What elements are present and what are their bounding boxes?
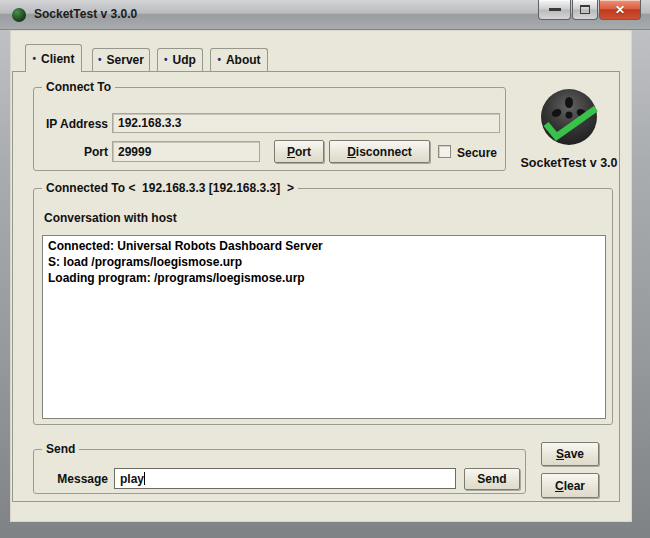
tab-bullet-icon: • xyxy=(217,55,221,65)
window-title: SocketTest v 3.0.0 xyxy=(34,7,137,21)
tab-udp[interactable]: • Udp xyxy=(157,48,203,71)
send-group-title: Send xyxy=(42,442,79,456)
conversation-line: S: load /programs/loegismose.urp xyxy=(48,254,600,270)
port-field[interactable]: 29999 xyxy=(112,141,260,162)
sockettest-logo-icon xyxy=(539,88,601,150)
window-content: • Client • Server • Udp • About Connect … xyxy=(10,30,632,522)
window-frame: SocketTest v 3.0.0 ✕ • Client • Server •… xyxy=(0,0,650,538)
ip-address-label: IP Address xyxy=(40,117,108,131)
connect-to-group-title: Connect To xyxy=(42,80,115,94)
tab-server-label: Server xyxy=(107,53,144,67)
port-button[interactable]: Port xyxy=(274,140,324,163)
tab-bullet-icon: • xyxy=(98,55,102,65)
message-label: Message xyxy=(50,472,108,486)
minimize-button[interactable] xyxy=(538,0,571,20)
client-tab-panel: Connect To IP Address 192.168.3.3 Port 2… xyxy=(12,71,620,502)
save-button[interactable]: Save xyxy=(541,442,599,466)
tab-about-label: About xyxy=(226,53,261,67)
close-button[interactable]: ✕ xyxy=(599,0,641,20)
tab-about[interactable]: • About xyxy=(210,48,268,71)
conversation-line: Loading program: /programs/loegismose.ur… xyxy=(48,270,600,286)
secure-checkbox[interactable] xyxy=(438,145,451,158)
logo-caption: SocketTest v 3.0 xyxy=(519,156,619,170)
connected-to-group: Connected To < 192.168.3.3 [192.168.3.3]… xyxy=(33,188,613,425)
tab-bullet-icon: • xyxy=(33,54,37,64)
connected-to-group-title: Connected To < 192.168.3.3 [192.168.3.3]… xyxy=(42,181,298,195)
titlebar[interactable]: SocketTest v 3.0.0 ✕ xyxy=(0,0,650,30)
port-label: Port xyxy=(40,145,108,159)
message-input[interactable]: play xyxy=(114,468,456,489)
maximize-icon xyxy=(580,5,590,14)
message-value: play xyxy=(120,472,144,486)
disconnect-button[interactable]: Disconnect xyxy=(329,140,430,163)
tab-client-label: Client xyxy=(41,52,74,66)
app-icon xyxy=(12,8,26,22)
ip-address-field[interactable]: 192.168.3.3 xyxy=(112,113,500,133)
maximize-button[interactable] xyxy=(572,0,598,20)
tab-bullet-icon: • xyxy=(164,55,168,65)
minimize-icon xyxy=(549,8,561,11)
text-caret xyxy=(144,472,145,485)
send-group: Send Message play Send xyxy=(33,449,526,494)
close-icon: ✕ xyxy=(615,3,625,17)
conversation-label: Conversation with host xyxy=(44,211,177,225)
conversation-textarea[interactable]: Connected: Universal Robots Dashboard Se… xyxy=(42,235,606,419)
connect-to-group: Connect To IP Address 192.168.3.3 Port 2… xyxy=(33,87,506,171)
tab-udp-label: Udp xyxy=(173,53,196,67)
clear-button[interactable]: Clear xyxy=(541,473,599,498)
tab-server[interactable]: • Server xyxy=(92,48,150,71)
ip-address-value: 192.168.3.3 xyxy=(118,116,181,130)
tab-client[interactable]: • Client xyxy=(25,44,82,72)
send-button[interactable]: Send xyxy=(464,468,520,490)
port-value: 29999 xyxy=(118,145,151,159)
secure-label: Secure xyxy=(457,146,497,160)
conversation-line: Connected: Universal Robots Dashboard Se… xyxy=(48,238,600,254)
